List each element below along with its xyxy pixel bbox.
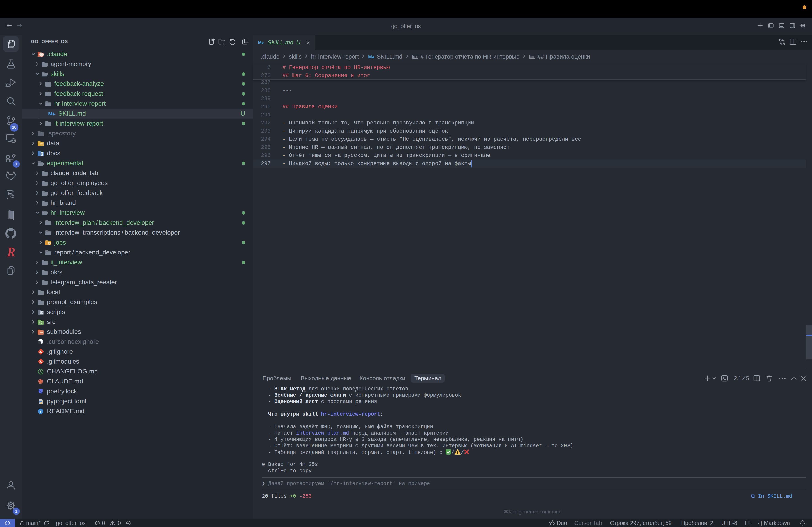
svg-text:M: M [368,54,372,59]
svg-text:M: M [48,111,52,117]
svg-text:abc: abc [530,56,534,58]
svg-text:abc: abc [413,56,417,58]
svg-text:M: M [258,40,262,45]
